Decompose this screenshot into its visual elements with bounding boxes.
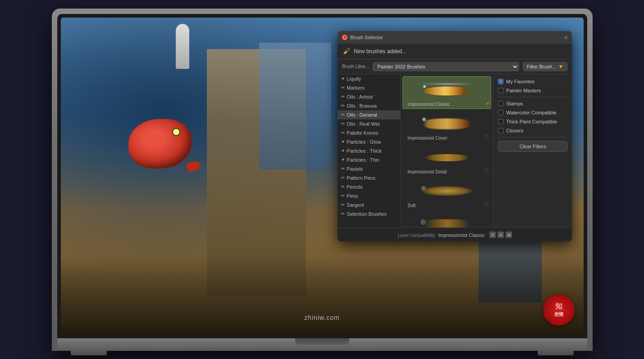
filter-label-stamps: Stamps bbox=[506, 101, 523, 106]
category-pencils[interactable]: ✏ Pencils bbox=[338, 182, 400, 191]
checkbox-painter-masters[interactable] bbox=[498, 88, 503, 93]
category-pastels[interactable]: ✏ Pastels bbox=[338, 164, 400, 173]
pastels-icon: ✏ bbox=[341, 166, 345, 171]
category-label: Oils : General bbox=[347, 112, 377, 118]
category-oils-artists[interactable]: ✏ Oils : Artists' bbox=[338, 92, 400, 101]
category-pens[interactable]: ✏ Pens bbox=[338, 191, 400, 200]
stroke-wrapper-2 bbox=[418, 112, 476, 135]
pencils-icon: ✏ bbox=[341, 184, 345, 189]
favorite-cover[interactable]: ♡ bbox=[484, 134, 489, 141]
brush-item-impressionist-cover[interactable]: Impressionist Cover ♡ bbox=[402, 110, 491, 143]
brush-preview-cover bbox=[406, 112, 488, 135]
oils-realwet-icon: ✏ bbox=[341, 121, 345, 126]
laptop-base bbox=[57, 338, 587, 351]
close-button[interactable]: ✕ bbox=[342, 35, 347, 40]
category-particles-thin[interactable]: ✦ Particles : Thin bbox=[338, 155, 400, 164]
category-particles-thick[interactable]: ✦ Particles : Thick bbox=[338, 146, 400, 155]
category-label: Palette Knives bbox=[347, 130, 378, 136]
checkbox-my-favorites[interactable] bbox=[498, 79, 503, 84]
favorite-soft[interactable]: ♡ bbox=[484, 202, 489, 208]
category-label: Pattern Pens bbox=[347, 175, 375, 181]
filter-my-favorites[interactable]: My Favorites bbox=[498, 79, 567, 84]
library-dropdown[interactable]: Painter 2022 Brushes bbox=[373, 62, 519, 71]
brush-name-classic: Impressionist Classic bbox=[407, 102, 450, 107]
categories-list: ✦ Liquify ✏ Markers ✏ Oils : Artists' bbox=[338, 74, 401, 227]
logo-line2: 您惬 bbox=[554, 311, 563, 318]
laptop-foot-right bbox=[538, 351, 574, 355]
stroke-thick bbox=[425, 219, 470, 227]
particles-glow-icon: ✦ bbox=[341, 139, 345, 144]
category-label: Pens bbox=[347, 193, 358, 199]
checkbox-watercolor-compatible[interactable] bbox=[498, 110, 503, 115]
library-row: Brush Libra... Painter 2022 Brushes Filt… bbox=[338, 59, 572, 74]
selection-brushes-icon: ✏ bbox=[341, 211, 345, 216]
stroke-wrapper-4 bbox=[418, 180, 476, 202]
category-palette-knives[interactable]: ✏ Palette Knives bbox=[338, 128, 400, 137]
category-oils-real-wet[interactable]: ✏ Oils : Real Wet bbox=[338, 119, 400, 128]
brush-item-soft-thick[interactable]: Soft Thick ♡ bbox=[402, 211, 491, 227]
category-label: Particles : Glow bbox=[347, 139, 381, 145]
pattern-pens-icon: ✏ bbox=[341, 175, 345, 180]
notification-bar: 🖌 New brushes added... bbox=[338, 44, 572, 59]
category-label: Liquify bbox=[347, 76, 361, 82]
filter-watercolor-compatible[interactable]: Watercolor Compatible bbox=[498, 110, 567, 115]
brush-preview-classic bbox=[406, 78, 488, 101]
brush-item-impressionist-classic[interactable]: Impressionist Classic ♥ bbox=[402, 76, 491, 109]
laptop-notch bbox=[295, 338, 349, 345]
checkbox-stamps[interactable] bbox=[498, 101, 503, 106]
markers-icon: ✏ bbox=[341, 85, 345, 90]
checkbox-thick-paint-compatible[interactable] bbox=[498, 119, 503, 124]
category-label: Particles : Thin bbox=[347, 157, 379, 163]
category-oils-bravura[interactable]: ✏ Oils : Bravura bbox=[338, 101, 400, 110]
category-label: Particles : Thick bbox=[347, 148, 381, 154]
checkbox-cloners[interactable] bbox=[498, 128, 503, 133]
filter-label-painter-masters: Painter Masters bbox=[506, 88, 541, 93]
category-sargent[interactable]: ✏ Sargent bbox=[338, 200, 400, 209]
category-label: Oils : Bravura bbox=[347, 103, 377, 109]
filter-painter-masters[interactable]: Painter Masters bbox=[498, 88, 567, 93]
stroke-grey bbox=[420, 83, 474, 85]
laptop-foot-left bbox=[71, 351, 107, 355]
clear-filters-button[interactable]: Clear Filters bbox=[498, 141, 567, 152]
screen: ✕ Brush Selector ≡ 🖌 New brushes added..… bbox=[61, 18, 584, 335]
stroke-wrapper bbox=[418, 78, 476, 101]
category-liquify[interactable]: ✦ Liquify bbox=[338, 74, 400, 83]
category-label: Pastels bbox=[347, 166, 363, 172]
laptop-feet bbox=[57, 351, 587, 355]
filter-cloners[interactable]: Cloners bbox=[498, 128, 567, 133]
filter-icon: ▼ bbox=[558, 64, 563, 70]
filter-label-my-favorites: My Favorites bbox=[506, 79, 534, 84]
favorite-classic[interactable]: ♥ bbox=[486, 100, 489, 107]
laptop-shell: ✕ Brush Selector ≡ 🖌 New brushes added..… bbox=[52, 9, 593, 351]
content-area: ✦ Liquify ✏ Markers ✏ Oils : Artists' bbox=[338, 74, 572, 227]
category-pattern-pens[interactable]: ✏ Pattern Pens bbox=[338, 173, 400, 182]
stroke-detail bbox=[425, 154, 470, 161]
notification-text: New brushes added... bbox=[354, 48, 406, 55]
menu-icon[interactable]: ≡ bbox=[564, 34, 567, 41]
screen-bezel: ✕ Brush Selector ≡ 🖌 New brushes added..… bbox=[57, 14, 587, 338]
brush-selector-panel: ✕ Brush Selector ≡ 🖌 New brushes added..… bbox=[338, 31, 572, 241]
footer: Layer compatibility: Impressionist Class… bbox=[338, 227, 572, 241]
logo-line1: 知 bbox=[555, 302, 562, 311]
filter-button[interactable]: Filter Brush... ▼ bbox=[523, 62, 567, 71]
category-oils-general[interactable]: ✏ Oils : General bbox=[338, 110, 400, 119]
compat-icons: ⊞ ◈ ◉ bbox=[489, 232, 512, 238]
brush-item-impressionist-detail[interactable]: Impressionist Detail ♡ bbox=[402, 144, 491, 177]
category-label: Oils : Real Wet bbox=[347, 121, 379, 127]
category-particles-glow[interactable]: ✦ Particles : Glow bbox=[338, 137, 400, 146]
filter-divider-1 bbox=[498, 97, 567, 97]
favorite-detail[interactable]: ♡ bbox=[484, 168, 489, 174]
filter-label-thick-paint-compatible: Thick Paint Compatible bbox=[506, 119, 557, 124]
footer-value: Impressionist Classic bbox=[438, 232, 484, 238]
category-label: Sargent bbox=[347, 202, 364, 208]
compat-icon-2: ◈ bbox=[498, 232, 504, 238]
category-label: Oils : Artists' bbox=[347, 94, 374, 100]
brush-preview-soft-thick bbox=[406, 214, 488, 227]
filter-stamps[interactable]: Stamps bbox=[498, 101, 567, 106]
sargent-icon: ✏ bbox=[341, 202, 345, 207]
filter-thick-paint-compatible[interactable]: Thick Paint Compatible bbox=[498, 119, 567, 124]
category-markers[interactable]: ✏ Markers bbox=[338, 83, 400, 92]
stroke-wrapper-5 bbox=[418, 214, 476, 227]
category-selection-brushes[interactable]: ✏ Selection Brushes bbox=[338, 209, 400, 218]
brush-item-soft[interactable]: Soft ♡ bbox=[402, 177, 491, 210]
